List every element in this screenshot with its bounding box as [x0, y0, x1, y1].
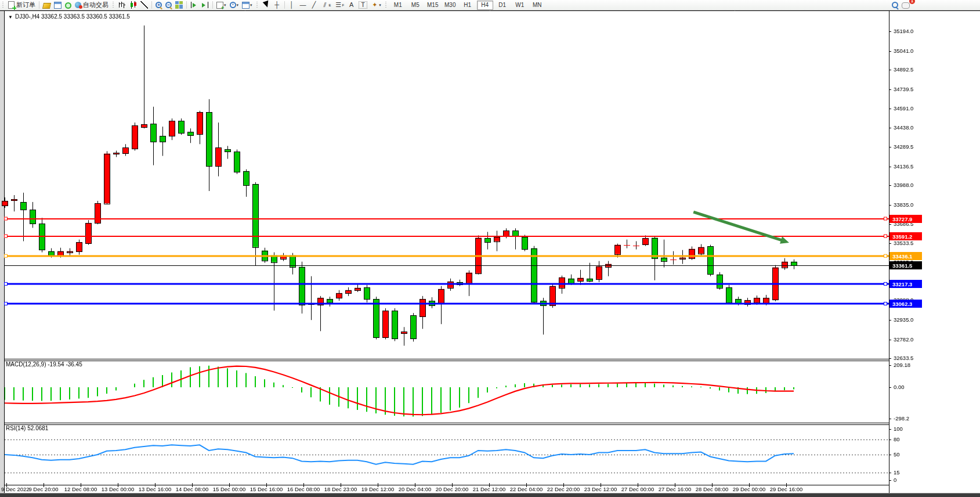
tile-windows-button[interactable]	[173, 1, 185, 9]
rsi-indicator-label: RSI(14) 52.0681	[6, 425, 48, 431]
toolbar-separator	[186, 1, 187, 9]
tile-windows-icon	[175, 1, 183, 9]
market-watch-button[interactable]	[41, 1, 52, 9]
trading-app: { "toolbar": { "new_order_label": "新订单",…	[0, 0, 980, 497]
chart-title-text: DJ30-,H4 33362.5 33363.5 33360.5 33361.5	[15, 13, 130, 20]
zoom-out-icon: −	[165, 2, 172, 8]
new-order-icon	[8, 1, 15, 9]
chat-badge: 1	[909, 0, 915, 4]
timeframe-d1[interactable]: D1	[494, 1, 511, 10]
fibonacci-icon: ☰	[335, 1, 342, 9]
new-order-label: 新订单	[16, 1, 35, 9]
vertical-line-icon: │	[288, 1, 296, 9]
toolbar-grip	[384, 1, 388, 9]
toolbar: 新订单 自动交易 + − ▾ ▾ ▾ ┼ │ — ╱ ⫽E ☰F A	[0, 0, 980, 10]
search-button[interactable]	[890, 1, 900, 9]
timeframe-m30[interactable]: M30	[442, 1, 458, 10]
text-icon: A	[348, 1, 355, 9]
timeframe-m5[interactable]: M5	[407, 1, 424, 10]
new-order-button[interactable]: 新订单	[6, 1, 37, 9]
scroll-to-end-button[interactable]	[189, 1, 200, 9]
indicators-button[interactable]: ▾	[215, 1, 228, 9]
chart-title[interactable]: ▼DJ30-,H4 33362.5 33363.5 33360.5 33361.…	[8, 13, 130, 20]
toolbar-separator	[284, 1, 285, 9]
timeframe-mn[interactable]: MN	[529, 1, 545, 10]
timeframe-m15[interactable]: M15	[425, 1, 441, 10]
candlestick-icon	[129, 1, 137, 9]
toolbar-grip	[1, 1, 5, 9]
signals-button[interactable]	[63, 1, 73, 9]
toolbar-separator	[39, 1, 39, 9]
candlestick-chart-button[interactable]	[128, 1, 139, 9]
text-label-icon: T	[359, 1, 367, 9]
add-indicator-icon	[216, 2, 223, 9]
zoom-out-button[interactable]: −	[164, 1, 173, 9]
macd-indicator-label: MACD(12,26,9) -19.54 -36.45	[6, 361, 82, 368]
line-chart-button[interactable]	[139, 1, 150, 9]
channel-sub: E	[329, 3, 331, 7]
scroll-to-end-icon	[190, 1, 198, 9]
caret-down-icon: ▾	[379, 3, 381, 8]
toolbar-grip	[111, 1, 115, 9]
timeframe-w1[interactable]: W1	[512, 1, 528, 10]
timeframe-m1[interactable]: M1	[390, 1, 406, 10]
horizontal-line-button[interactable]: —	[298, 1, 309, 9]
text-button[interactable]: A	[346, 1, 357, 9]
zoom-in-button[interactable]: +	[154, 1, 164, 9]
template-icon	[242, 2, 249, 9]
gold-icon	[42, 3, 51, 9]
trendline-icon: ╱	[310, 1, 318, 9]
cursor-button[interactable]	[261, 1, 272, 9]
horizontal-line-icon: —	[299, 1, 307, 9]
chart-dropdown-icon[interactable]: ▼	[8, 15, 13, 20]
cursor-icon	[262, 1, 270, 9]
toolbar-right-group: 1	[890, 1, 912, 9]
zoom-in-icon: +	[156, 2, 162, 8]
arrows-button[interactable]: ✦▾	[369, 1, 383, 9]
caret-down-icon: ▾	[237, 3, 239, 8]
fibonacci-button[interactable]: ☰F	[333, 1, 346, 9]
charts-window-button[interactable]	[52, 1, 63, 9]
chart-shift-icon	[201, 1, 209, 9]
vertical-line-button[interactable]: │	[287, 1, 298, 9]
globe-icon	[75, 2, 81, 8]
autotrading-label: 自动交易	[83, 1, 109, 9]
arrows-icon: ✦	[371, 1, 378, 9]
timeframe-group: M1M5M15M30H1H4D1W1MN	[389, 1, 546, 10]
chat-icon	[902, 2, 910, 9]
chat-button[interactable]: 1	[900, 1, 912, 9]
toolbar-separator	[151, 1, 152, 9]
crosshair-icon: ┼	[273, 1, 281, 9]
chart-shift-button[interactable]	[200, 1, 211, 9]
caret-down-icon: ▾	[250, 3, 252, 8]
templates-button[interactable]: ▾	[240, 1, 254, 9]
fibo-sub: F	[342, 3, 345, 7]
crosshair-button[interactable]: ┼	[272, 1, 283, 9]
line-chart-icon	[140, 1, 148, 9]
text-label-button[interactable]: T	[357, 1, 369, 9]
timeframe-h4[interactable]: H4	[477, 1, 493, 10]
bar-chart-button[interactable]	[117, 1, 128, 9]
trendline-button[interactable]: ╱	[309, 1, 320, 9]
bar-chart-icon	[118, 1, 126, 9]
channel-button[interactable]: ⫽E	[320, 1, 333, 9]
timeframe-h1[interactable]: H1	[460, 1, 476, 10]
window-icon	[54, 2, 62, 9]
channel-icon: ⫽	[321, 1, 329, 9]
clock-icon	[230, 2, 236, 8]
chart-canvas[interactable]	[0, 0, 980, 497]
autotrading-button[interactable]: 自动交易	[73, 1, 110, 9]
signal-icon	[65, 2, 71, 9]
toolbar-grip	[255, 1, 259, 9]
toolbar-separator	[212, 1, 213, 9]
periods-button[interactable]: ▾	[228, 1, 241, 9]
search-icon	[892, 2, 898, 8]
